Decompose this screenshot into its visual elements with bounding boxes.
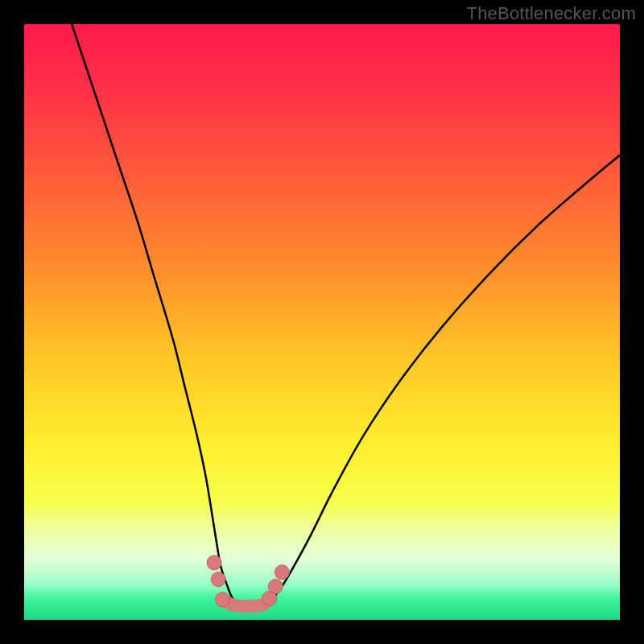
watermark-text: TheBottlenecker.com [467,3,636,24]
data-marker-1 [211,572,225,587]
data-marker-5 [275,565,289,580]
data-marker-4 [268,580,283,594]
plot-area [24,24,620,620]
series-right-curve [254,155,620,608]
series-group [72,24,620,607]
chart-frame: TheBottlenecker.com [0,0,644,644]
series-left-curve [72,24,254,607]
data-marker-0 [207,555,221,570]
data-marker-2 [215,592,229,607]
marker-group [207,555,289,607]
curves-layer [24,24,620,620]
